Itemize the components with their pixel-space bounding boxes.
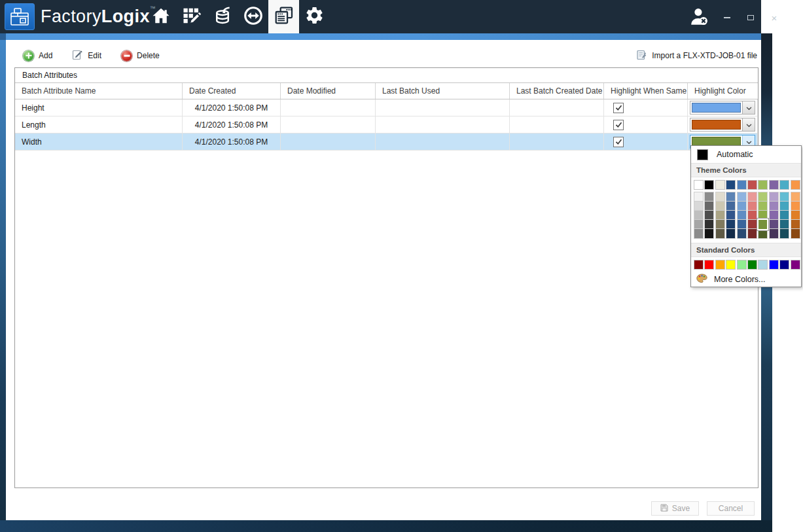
column-header[interactable]: Highlight When Same (604, 83, 688, 99)
theme-variant-swatch[interactable] (770, 211, 778, 220)
theme-variant-swatch[interactable] (758, 211, 767, 220)
highlight-when-same-checkbox[interactable] (613, 103, 624, 113)
save-button[interactable]: Save (651, 501, 699, 516)
close-button[interactable]: × (767, 12, 781, 24)
theme-variant-swatch[interactable] (705, 229, 713, 238)
maximize-button[interactable] (743, 12, 758, 24)
theme-variant-swatch[interactable] (770, 220, 778, 229)
nav-home[interactable] (145, 0, 176, 33)
add-button[interactable]: Add (23, 50, 52, 62)
highlight-when-same-checkbox[interactable] (613, 120, 624, 130)
theme-color-swatch[interactable] (780, 181, 789, 189)
table-row[interactable]: Height4/1/2020 1:50:08 PM (15, 99, 758, 116)
theme-variant-swatch[interactable] (770, 192, 778, 202)
theme-variant-swatch[interactable] (716, 211, 724, 220)
theme-color-swatch[interactable] (726, 181, 735, 189)
theme-variant-swatch[interactable] (716, 220, 724, 229)
import-button[interactable]: Import a FLX-XTD-JOB-01 file (636, 49, 757, 62)
column-header[interactable]: Date Created (183, 83, 281, 99)
theme-color-swatch[interactable] (716, 181, 724, 189)
automatic-color-item[interactable]: Automatic (691, 146, 801, 163)
theme-color-swatch[interactable] (738, 181, 746, 189)
theme-variant-swatch[interactable] (758, 229, 767, 238)
dropdown-button[interactable] (742, 118, 755, 131)
theme-variant-swatch[interactable] (716, 192, 724, 202)
theme-variant-swatch[interactable] (726, 211, 735, 220)
theme-color-swatch[interactable] (694, 181, 703, 189)
more-colors-item[interactable]: More Colors... (691, 272, 801, 287)
standard-color-swatch[interactable] (770, 260, 778, 269)
standard-color-swatch[interactable] (780, 260, 789, 269)
cancel-button[interactable]: Cancel (707, 501, 755, 516)
theme-variant-swatch[interactable] (738, 202, 746, 211)
column-header[interactable]: Last Batch Used (376, 83, 510, 99)
theme-variant-swatch[interactable] (705, 202, 713, 211)
theme-color-swatch[interactable] (705, 181, 713, 189)
column-header[interactable]: Last Batch Created Date (510, 83, 604, 99)
theme-variant-swatch[interactable] (694, 211, 703, 220)
nav-settings[interactable] (299, 0, 330, 33)
theme-variant-swatch[interactable] (716, 229, 724, 238)
theme-variant-swatch[interactable] (780, 220, 789, 229)
theme-variant-swatch[interactable] (694, 220, 703, 229)
theme-variant-swatch[interactable] (748, 192, 757, 202)
theme-variant-swatch[interactable] (770, 202, 778, 211)
column-header[interactable]: Batch Attribute Name (15, 83, 183, 99)
table-row[interactable]: Length4/1/2020 1:50:08 PM (15, 116, 758, 133)
theme-variant-swatch[interactable] (738, 192, 746, 202)
theme-variant-swatch[interactable] (726, 202, 735, 211)
theme-variant-swatch[interactable] (738, 229, 746, 238)
theme-variant-swatch[interactable] (705, 220, 713, 229)
theme-color-swatch[interactable] (748, 181, 757, 189)
theme-variant-swatch[interactable] (738, 220, 746, 229)
delete-button[interactable]: Delete (121, 50, 160, 62)
theme-variant-swatch[interactable] (748, 211, 757, 220)
user-logout-button[interactable] (686, 7, 712, 29)
theme-variant-swatch[interactable] (705, 192, 713, 202)
theme-color-swatch[interactable] (758, 181, 767, 189)
standard-color-swatch[interactable] (758, 260, 767, 269)
theme-variant-swatch[interactable] (780, 211, 789, 220)
standard-color-swatch[interactable] (705, 260, 713, 269)
theme-variant-swatch[interactable] (748, 220, 757, 229)
theme-variant-swatch[interactable] (791, 211, 800, 220)
highlight-color-dropdown[interactable] (690, 101, 755, 115)
theme-variant-swatch[interactable] (791, 220, 800, 229)
theme-variant-swatch[interactable] (726, 229, 735, 238)
standard-color-swatch[interactable] (748, 260, 757, 269)
theme-variant-swatch[interactable] (726, 192, 735, 202)
selected-color-variant-swatch[interactable] (758, 220, 767, 229)
standard-color-swatch[interactable] (791, 260, 800, 269)
theme-color-swatch[interactable] (770, 181, 778, 189)
theme-variant-swatch[interactable] (770, 229, 778, 238)
theme-variant-swatch[interactable] (758, 192, 767, 202)
theme-variant-swatch[interactable] (780, 202, 789, 211)
theme-variant-swatch[interactable] (791, 229, 800, 238)
theme-variant-swatch[interactable] (748, 202, 757, 211)
theme-variant-swatch[interactable] (738, 211, 746, 220)
minimize-button[interactable] (720, 12, 734, 24)
standard-color-swatch[interactable] (738, 260, 746, 269)
nav-batch-documents[interactable] (268, 0, 299, 33)
theme-variant-swatch[interactable] (791, 202, 800, 211)
theme-variant-swatch[interactable] (726, 220, 735, 229)
standard-color-swatch[interactable] (726, 260, 735, 269)
edit-button[interactable]: Edit (72, 49, 101, 62)
theme-variant-swatch[interactable] (694, 229, 703, 238)
theme-variant-swatch[interactable] (694, 202, 703, 211)
theme-variant-swatch[interactable] (780, 229, 789, 238)
highlight-when-same-checkbox[interactable] (613, 137, 624, 147)
theme-variant-swatch[interactable] (705, 211, 713, 220)
theme-variant-swatch[interactable] (791, 192, 800, 202)
standard-color-swatch[interactable] (716, 260, 724, 269)
column-header[interactable]: Date Modified (281, 83, 376, 99)
theme-variant-swatch[interactable] (780, 192, 789, 202)
dropdown-button[interactable] (742, 101, 755, 114)
theme-color-swatch[interactable] (791, 181, 800, 189)
nav-database[interactable] (207, 0, 238, 33)
standard-color-swatch[interactable] (694, 260, 703, 269)
highlight-color-dropdown[interactable] (690, 118, 755, 132)
theme-variant-swatch[interactable] (758, 202, 767, 211)
table-row[interactable]: Width4/1/2020 1:50:08 PM (15, 133, 758, 151)
nav-production[interactable] (176, 0, 207, 33)
